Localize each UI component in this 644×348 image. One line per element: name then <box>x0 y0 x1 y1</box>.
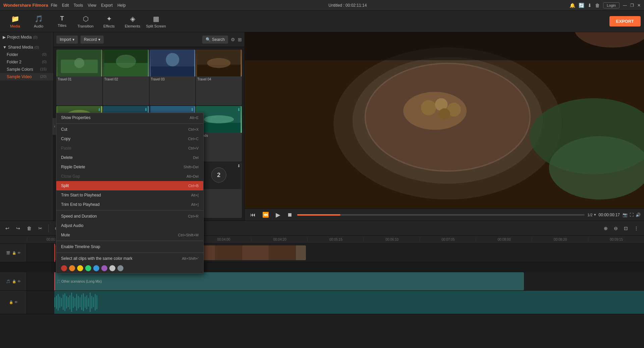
left-item-sample-colors[interactable]: Sample Colors (15) <box>0 66 53 73</box>
waveform-track-content <box>27 291 644 314</box>
shared-media-header[interactable]: ▼ Shared Media (0) <box>0 44 53 51</box>
timeline-options-icon[interactable]: ⋮ <box>632 225 641 232</box>
ctx-select-color[interactable]: Select all clips with the same color mar… <box>56 254 203 263</box>
left-item-folder[interactable]: Folder (0) <box>0 51 53 58</box>
delete-button[interactable]: 🗑 <box>25 225 34 232</box>
left-item-sample-video[interactable]: Sample Video (20) <box>0 73 53 80</box>
toolbar-splitscreen[interactable]: ▦ Split Screen <box>144 12 168 31</box>
shared-media-count: (0) <box>35 45 39 49</box>
grid-icon[interactable]: ⊞ <box>238 37 242 42</box>
ctx-delete[interactable]: Delete Del <box>56 153 203 162</box>
audio-lock-icon[interactable]: 🔒 <box>12 280 16 283</box>
ctx-mute-label: Mute <box>61 233 70 237</box>
ctx-mute[interactable]: Mute Ctrl+Shift+M <box>56 230 203 240</box>
titles-icon: T <box>60 15 64 22</box>
color-dot-light[interactable] <box>109 265 115 271</box>
ctx-split[interactable]: Split Ctrl+B <box>56 181 203 190</box>
import-button[interactable]: Import ▾ <box>56 36 78 44</box>
toolbar-audio[interactable]: 🎵 Audio <box>27 12 50 31</box>
color-dot-red[interactable] <box>61 265 67 271</box>
color-dot-blue[interactable] <box>93 265 99 271</box>
menu-help[interactable]: Help <box>117 3 126 8</box>
download-icon[interactable]: ⬇ <box>588 3 592 8</box>
left-item-folder2[interactable]: Folder 2 (0) <box>0 58 53 66</box>
filter-icon[interactable]: ⚙ <box>231 37 235 42</box>
color-dot-gray[interactable] <box>117 265 123 271</box>
media-item-travel04[interactable]: Travel 04 <box>196 50 242 105</box>
fit-icon[interactable]: ⊡ <box>622 225 630 232</box>
menu-file[interactable]: File <box>51 3 57 8</box>
ratio-chevron-icon: ▾ <box>594 213 596 217</box>
ctx-adjust-audio[interactable]: Adjust Audio <box>56 221 203 230</box>
svg-rect-62 <box>73 297 74 308</box>
ctx-enable-snap[interactable]: Enable Timeline Snap <box>56 242 203 251</box>
search-box[interactable]: 🔍 Search <box>202 36 228 44</box>
svg-rect-71 <box>88 298 89 307</box>
audio-track-1-content[interactable]: 🎵 Other scenarios (Long Mix) <box>27 272 644 290</box>
record-button[interactable]: Record ▾ <box>80 36 104 44</box>
svg-rect-76 <box>97 295 98 309</box>
media-item-travel01[interactable]: Travel 01 <box>56 50 102 105</box>
context-menu: Show Properties Alt+E Cut Ctrl+X Copy Ct… <box>56 113 204 274</box>
waveform-lock-icon[interactable]: 🔒 <box>9 300 13 304</box>
step-back-button[interactable]: ⏪ <box>260 211 271 219</box>
color-dot-orange[interactable] <box>69 265 75 271</box>
shared-media-label: Shared Media <box>8 45 33 50</box>
menu-edit[interactable]: Edit <box>62 3 69 8</box>
toolbar-titles[interactable]: T Titles <box>50 12 74 31</box>
minimize-button[interactable]: — <box>623 3 627 8</box>
toolbar-effects[interactable]: ✦ Effects <box>97 12 121 31</box>
stop-button[interactable]: ⏹ <box>285 211 294 219</box>
skip-back-button[interactable]: ⏮ <box>248 211 258 219</box>
maximize-button[interactable]: ❐ <box>630 3 634 8</box>
toolbar-elements[interactable]: ◈ Elements <box>121 12 144 31</box>
play-button[interactable]: ▶ <box>274 211 282 219</box>
color-dot-purple[interactable] <box>101 265 107 271</box>
ctx-trim-start[interactable]: Trim Start to Playhead Alt+[ <box>56 190 203 200</box>
svg-rect-57 <box>64 293 65 311</box>
ctx-separator-4 <box>56 252 203 253</box>
color-dot-green[interactable] <box>85 265 91 271</box>
ctx-copy[interactable]: Copy Ctrl+C <box>56 134 203 143</box>
eye-icon[interactable]: 👁 <box>17 251 21 255</box>
menu-view[interactable]: View <box>88 3 96 8</box>
audio-clip-1[interactable]: 🎵 Other scenarios (Long Mix) <box>54 272 524 290</box>
media-toolbar: Import ▾ Record ▾ 🔍 Search ⚙ ⊞ <box>54 32 245 47</box>
toolbar-media[interactable]: 📁 Media <box>3 12 27 31</box>
volume-icon[interactable]: 🔊 <box>636 213 641 217</box>
ctx-ripple-delete[interactable]: Ripple Delete Shift+Del <box>56 162 203 172</box>
ctx-show-properties[interactable]: Show Properties Alt+E <box>56 113 203 122</box>
toolbar-elements-label: Elements <box>125 24 140 28</box>
menu-tools[interactable]: Tools <box>73 3 83 8</box>
islands-download-icon: ⬇ <box>237 107 240 112</box>
project-media-header[interactable]: ▶ Project Media (0) <box>0 34 53 41</box>
fullscreen-icon[interactable]: ⛶ <box>630 213 634 217</box>
preview-progress-bar[interactable] <box>297 214 585 216</box>
cut-button[interactable]: ✂ <box>36 225 44 232</box>
zoom-in-icon[interactable]: ⊕ <box>602 225 610 232</box>
timeline-right-controls: ⊕ ⊖ ⊡ ⋮ <box>602 225 641 232</box>
ctx-copy-label: Copy <box>61 136 70 141</box>
notification-icon[interactable]: 🔔 <box>570 3 575 8</box>
export-button[interactable]: EXPORT <box>609 16 641 26</box>
refresh-icon[interactable]: 🔄 <box>579 3 584 8</box>
zoom-out-icon[interactable]: ⊖ <box>612 225 620 232</box>
ctx-cut[interactable]: Cut Ctrl+X <box>56 125 203 134</box>
color-dot-yellow[interactable] <box>77 265 83 271</box>
trash-icon[interactable]: 🗑 <box>595 3 600 8</box>
media-item-travel02[interactable]: Travel 02 <box>103 50 149 105</box>
login-button[interactable]: Login <box>603 2 620 8</box>
waveform-eye-icon[interactable]: 👁 <box>14 300 18 304</box>
redo-button[interactable]: ↪ <box>14 225 22 232</box>
menu-export[interactable]: Export <box>101 3 113 8</box>
screenshot-icon[interactable]: 📷 <box>623 213 628 217</box>
audio-eye-icon[interactable]: 👁 <box>17 280 21 283</box>
undo-button[interactable]: ↩ <box>3 225 11 232</box>
ctx-trim-end[interactable]: Trim End to Playhead Alt+] <box>56 200 203 209</box>
ctx-speed-duration[interactable]: Speed and Duration Ctrl+R <box>56 212 203 221</box>
svg-rect-69 <box>85 297 86 308</box>
lock-icon[interactable]: 🔒 <box>12 251 16 255</box>
media-item-travel03[interactable]: Travel 03 <box>150 50 196 105</box>
toolbar-transition[interactable]: ⬡ Transition <box>74 12 97 31</box>
close-button[interactable]: ✕ <box>637 3 641 8</box>
